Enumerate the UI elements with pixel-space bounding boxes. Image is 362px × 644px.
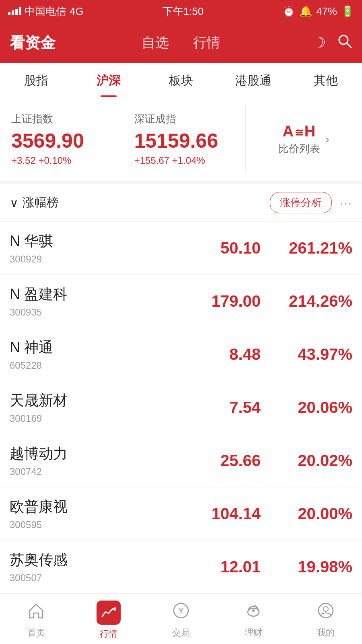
stock-code-5: 300595: [10, 519, 177, 530]
nav-zixuan[interactable]: 自选: [142, 33, 169, 52]
battery-label: 47%: [316, 5, 337, 18]
index-cards: 上证指数 3569.90 +3.52 +0.10% 深证成指 15159.66 …: [0, 97, 362, 184]
section-title-gainers[interactable]: ∨ 涨幅榜: [10, 194, 59, 211]
stock-code-1: 300935: [10, 307, 177, 318]
header: 看资金 自选 行情 ☽: [0, 23, 362, 63]
tab-hushen[interactable]: 沪深: [72, 63, 145, 97]
stock-name-0: N 华骐: [10, 231, 177, 251]
home-icon: [27, 602, 45, 623]
header-nav: 自选 行情: [95, 33, 267, 52]
stock-info-2: N 神通 605228: [10, 338, 177, 371]
bottom-tab-bar: 首页 行情 ¥ 交易 理财: [0, 596, 362, 644]
finance-icon: [245, 602, 262, 623]
search-icon[interactable]: [337, 33, 352, 52]
ah-badge: A≅H: [278, 123, 320, 140]
shenzhen-index-value: 15159.66: [134, 129, 234, 153]
table-row[interactable]: N 华骐 300929 50.10 261.21%: [0, 222, 362, 275]
status-bar: 中国电信 4G 下午1:50 ⏰ 🔔 47% 🔋: [0, 0, 362, 23]
table-row[interactable]: N 神通 605228 8.48 43.97%: [0, 328, 362, 381]
home-tab-label: 首页: [27, 627, 45, 639]
shanghai-index-value: 3569.90: [11, 129, 111, 153]
stock-change-2: 43.97%: [269, 345, 352, 363]
category-tabs: 股指 沪深 板块 港股通 其他: [0, 63, 362, 97]
alarm-icon: 🔔: [299, 5, 312, 18]
section-actions: 涨停分析 ···: [270, 192, 352, 213]
bottom-tab-home[interactable]: 首页: [0, 596, 72, 644]
bottom-tab-trade[interactable]: ¥ 交易: [145, 596, 217, 644]
stock-code-6: 300507: [10, 572, 177, 584]
ah-compare-card[interactable]: A≅H 比价列表 ›: [246, 105, 362, 173]
table-row[interactable]: 天晟新材 300169 7.54 20.06%: [0, 381, 362, 434]
time-label: 下午1:50: [162, 4, 204, 19]
tab-qita[interactable]: 其他: [290, 63, 362, 97]
ah-label: 比价列表: [278, 142, 320, 156]
ah-arrow-icon: ›: [325, 132, 329, 147]
svg-point-8: [323, 607, 328, 611]
stock-change-1: 214.26%: [269, 292, 352, 310]
ah-text: A≅H 比价列表: [278, 123, 320, 156]
bottom-tab-finance[interactable]: 理财: [217, 596, 290, 644]
stock-price-0: 50.10: [177, 239, 269, 257]
collapse-icon: ∨: [10, 196, 19, 210]
stock-info-4: 越博动力 300742: [10, 444, 177, 477]
signal-icon: [8, 7, 21, 15]
moon-icon[interactable]: ☽: [313, 34, 326, 51]
stock-name-6: 苏奥传感: [10, 550, 177, 570]
stock-code-3: 300169: [10, 413, 177, 424]
stock-code-4: 300742: [10, 466, 177, 477]
mine-icon: [317, 602, 335, 623]
stock-price-2: 8.48: [177, 345, 269, 363]
tab-guzhi[interactable]: 股指: [0, 63, 72, 97]
table-row[interactable]: 越博动力 300742 25.66 20.02%: [0, 434, 362, 487]
section-title-label: 涨幅榜: [23, 194, 59, 211]
trade-icon: ¥: [172, 602, 190, 623]
bottom-tab-mine[interactable]: 我的: [290, 596, 362, 644]
mine-tab-label: 我的: [317, 627, 335, 639]
shenzhen-index-change: +155.67 +1.04%: [134, 155, 234, 166]
clock-icon: ⏰: [282, 5, 295, 18]
stock-name-4: 越博动力: [10, 444, 177, 464]
status-left: 中国电信 4G: [8, 4, 84, 19]
stock-name-1: N 盈建科: [10, 285, 177, 304]
stock-name-5: 欧普康视: [10, 497, 177, 517]
stock-code-0: 300929: [10, 254, 177, 265]
more-options-icon[interactable]: ···: [340, 196, 352, 210]
stock-change-4: 20.02%: [269, 452, 352, 470]
finance-tab-label: 理财: [245, 627, 262, 639]
tab-bankuai[interactable]: 板块: [145, 63, 217, 97]
index-card-shanghai[interactable]: 上证指数 3569.90 +3.52 +0.10%: [0, 105, 123, 173]
svg-text:¥: ¥: [178, 606, 184, 616]
svg-point-6: [252, 609, 255, 612]
stock-change-0: 261.21%: [269, 239, 352, 257]
status-right: ⏰ 🔔 47% 🔋: [282, 5, 354, 18]
market-icon-wrap: [97, 601, 121, 625]
analyze-button[interactable]: 涨停分析: [270, 192, 332, 213]
stock-name-3: 天晟新材: [10, 391, 177, 411]
stock-price-6: 12.01: [177, 558, 269, 576]
svg-point-2: [114, 607, 116, 610]
stock-info-5: 欧普康视 300595: [10, 497, 177, 530]
stock-price-4: 25.66: [177, 452, 269, 470]
table-row[interactable]: 欧普康视 300595 104.14 20.00%: [0, 487, 362, 541]
index-card-shenzhen[interactable]: 深证成指 15159.66 +155.67 +1.04%: [123, 105, 246, 173]
header-left-title[interactable]: 看资金: [10, 33, 95, 53]
shenzhen-index-name: 深证成指: [134, 112, 234, 126]
stock-price-1: 179.00: [177, 292, 269, 310]
battery-icon: 🔋: [341, 5, 354, 18]
table-row[interactable]: 苏奥传感 300507 12.01 19.98%: [0, 541, 362, 594]
stock-list: N 华骐 300929 50.10 261.21% N 盈建科 300935 1…: [0, 222, 362, 644]
tab-ganggutong[interactable]: 港股通: [217, 63, 290, 97]
table-row[interactable]: N 盈建科 300935 179.00 214.26%: [0, 275, 362, 328]
stock-change-3: 20.06%: [269, 398, 352, 417]
bottom-tab-market[interactable]: 行情: [72, 596, 145, 644]
stock-name-2: N 神通: [10, 338, 177, 357]
stock-price-5: 104.14: [177, 505, 269, 523]
shanghai-index-name: 上证指数: [11, 112, 111, 126]
stock-info-0: N 华骐 300929: [10, 231, 177, 265]
stock-change-5: 20.00%: [269, 505, 352, 523]
header-right-icons: ☽: [267, 33, 352, 52]
network-label: 4G: [70, 5, 84, 18]
trade-tab-label: 交易: [172, 627, 190, 639]
nav-hangqing[interactable]: 行情: [193, 33, 220, 52]
shanghai-index-change: +3.52 +0.10%: [11, 155, 111, 166]
